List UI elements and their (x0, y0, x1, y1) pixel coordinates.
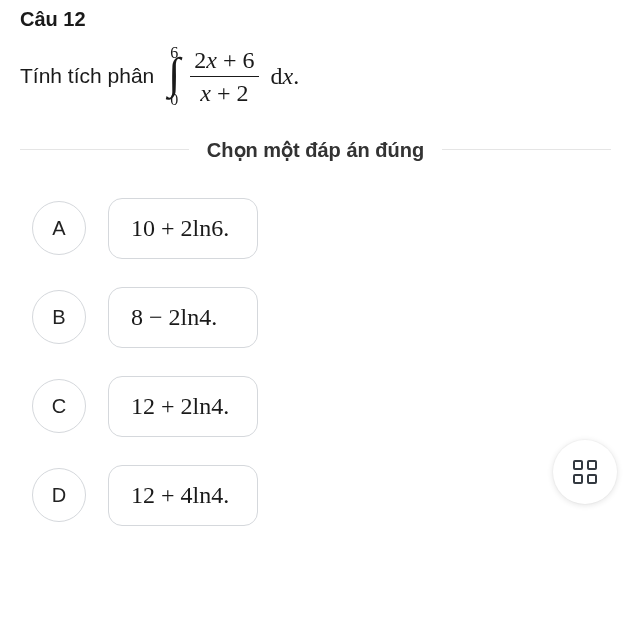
option-text-b: 8 − 2ln4. (108, 287, 258, 348)
stem-prefix: Tính tích phân (20, 64, 154, 88)
option-d[interactable]: D 12 + 4ln4. (32, 465, 611, 526)
instruction-text: Chọn một đáp án đúng (189, 138, 442, 162)
option-letter-d: D (32, 468, 86, 522)
options-list: A 10 + 2ln6. B 8 − 2ln4. C 12 + 2ln4. D … (20, 198, 611, 526)
integral-symbol: 6 ∫ 0 (168, 45, 180, 108)
grid-icon (573, 460, 597, 484)
option-letter-a: A (32, 201, 86, 255)
question-title: Câu 12 (20, 8, 611, 31)
integral-sign: ∫ (168, 59, 180, 90)
option-letter-b: B (32, 290, 86, 344)
instruction-row: Chọn một đáp án đúng (20, 138, 611, 162)
fraction-denominator: x + 2 (190, 77, 258, 106)
fraction: 2x + 6 x + 2 (190, 47, 258, 107)
math-expression: 6 ∫ 0 2x + 6 x + 2 dx. (164, 45, 299, 108)
integral-lower: 0 (170, 92, 178, 108)
divider-right (442, 149, 611, 150)
option-text-d: 12 + 4ln4. (108, 465, 258, 526)
option-a[interactable]: A 10 + 2ln6. (32, 198, 611, 259)
option-letter-c: C (32, 379, 86, 433)
option-text-a: 10 + 2ln6. (108, 198, 258, 259)
option-c[interactable]: C 12 + 2ln4. (32, 376, 611, 437)
option-text-c: 12 + 2ln4. (108, 376, 258, 437)
question-stem: Tính tích phân 6 ∫ 0 2x + 6 x + 2 dx. (20, 45, 611, 108)
grid-menu-button[interactable] (553, 440, 617, 504)
fraction-numerator: 2x + 6 (190, 47, 258, 77)
divider-left (20, 149, 189, 150)
option-b[interactable]: B 8 − 2ln4. (32, 287, 611, 348)
differential: dx. (271, 63, 300, 90)
